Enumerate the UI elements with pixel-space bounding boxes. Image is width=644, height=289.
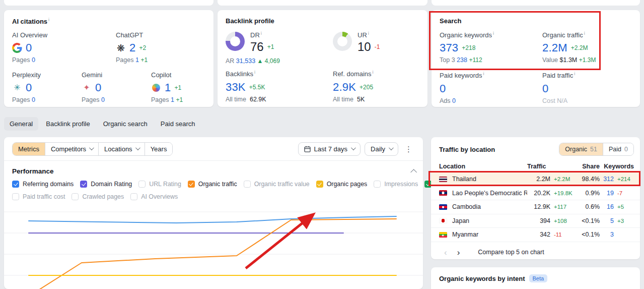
toggle-organic[interactable]: Organic51 — [559, 143, 603, 155]
location-row-myanmar[interactable]: Myanmar 342 -11 <0.1% 3 — [431, 228, 640, 242]
ref-domains-count[interactable]: 2.9K — [333, 81, 356, 94]
location-name: Thailand — [452, 176, 527, 183]
ur-label: URi — [357, 31, 380, 39]
japan-flag-icon — [439, 218, 447, 223]
share-value: <0.1% — [574, 217, 600, 224]
keywords-count[interactable]: 16 — [600, 203, 614, 210]
metric-paid-traffic-cost[interactable]: Paid traffic cost — [12, 193, 65, 200]
traffic-delta: +19.8K — [550, 190, 574, 196]
traffic-delta: -11 — [550, 232, 574, 238]
keywords-count[interactable]: 5 — [600, 217, 614, 224]
segment-years[interactable]: Years — [145, 143, 173, 155]
organic-keywords-block: Organic keywordsi 373+218 Top 3 238 +112 — [440, 31, 542, 64]
checkbox-icon — [130, 193, 137, 200]
location-row-thailand[interactable]: Thailand 2.2M +2.2M 98.4% 312 +214 — [431, 172, 640, 187]
engine-label: Perplexity — [12, 71, 82, 79]
engine-label: ChatGPT — [116, 31, 205, 39]
segment-locations[interactable]: Locations — [98, 143, 145, 155]
paid-keywords-count[interactable]: 0 — [440, 82, 446, 95]
traffic-value: 20.2K — [527, 190, 550, 197]
engine-label: AI Overview — [12, 31, 116, 39]
info-icon: i — [574, 71, 575, 76]
tab-general[interactable]: General — [4, 117, 38, 131]
metric-crawled-pages[interactable]: Crawled pages — [71, 193, 124, 200]
backlinks-label: Backlinksi — [226, 70, 333, 78]
metric-impressions[interactable]: Impressions — [374, 181, 418, 188]
tab-backlink-profile[interactable]: Backlink profile — [40, 117, 95, 131]
dr-value: 76 — [250, 40, 264, 54]
pages-count[interactable]: 0 — [32, 56, 35, 64]
backlink-profile-card: Backlink profile DRi 76+1 AR 31,533 ▲ 4,… — [218, 10, 427, 107]
pages-count[interactable]: 1 — [171, 96, 174, 103]
info-icon: i — [48, 17, 49, 22]
copilot-icon — [151, 83, 161, 93]
traffic-delta: +108 — [550, 218, 574, 224]
metric-organic-traffic-value[interactable]: Organic traffic value — [244, 181, 310, 188]
perplexity-count[interactable]: 0 — [26, 81, 32, 94]
pages-label: Pages — [82, 96, 99, 103]
keywords-by-intent-title: Organic keywords by intent — [439, 275, 525, 282]
calendar-icon — [304, 146, 311, 152]
location-row-cambodia[interactable]: Cambodia 12.9K +117 0.6% 16 +5 — [431, 200, 640, 214]
chevron-down-icon — [389, 145, 394, 150]
gemini-icon: ✦ — [82, 83, 92, 93]
location-row-laos[interactable]: Lao People's Democratic Reput 20.2K +19.… — [431, 187, 640, 201]
chevron-down-icon — [89, 145, 94, 150]
metric-ai-overviews[interactable]: AI Overviews — [130, 193, 178, 200]
location-name: Cambodia — [452, 203, 527, 210]
next-page-icon[interactable]: › — [452, 248, 465, 257]
share-value: 98.4% — [574, 176, 600, 183]
gemini-count[interactable]: 0 — [95, 81, 101, 94]
backlinks-count[interactable]: 33K — [226, 81, 246, 94]
domain-rating-block: DRi 76+1 AR 31,533 ▲ 4,069 — [226, 31, 333, 65]
toggle-paid[interactable]: Paid0 — [603, 143, 633, 155]
segment-metrics[interactable]: Metrics — [13, 143, 45, 155]
tab-organic-search[interactable]: Organic search — [98, 117, 153, 131]
backlinks-block: Backlinksi 33K+5.5K All time 62.9K — [226, 70, 333, 102]
keywords-delta: -7 — [614, 190, 634, 196]
chatgpt-count[interactable]: 2 — [129, 41, 135, 54]
metric-organic-pages[interactable]: Organic pages — [316, 181, 368, 188]
location-row-japan[interactable]: Japan 394 +108 <0.1% 5 +3 — [431, 214, 640, 228]
top-card-strip — [4, 0, 213, 6]
keywords-count[interactable]: 3 — [600, 231, 614, 238]
metric-referring-domains[interactable]: Referring domains — [12, 181, 74, 188]
top-card-strip — [218, 0, 427, 6]
tab-paid-search[interactable]: Paid search — [155, 117, 201, 131]
cambodia-flag-icon — [439, 204, 447, 210]
collapse-section-icon[interactable] — [410, 169, 417, 176]
pages-label: Pages — [12, 56, 30, 64]
keywords-count[interactable]: 19 — [600, 190, 614, 197]
share-value: 0.6% — [574, 203, 600, 210]
prev-page-icon[interactable]: ‹ — [439, 248, 452, 257]
metric-url-rating[interactable]: URL Rating — [138, 181, 181, 188]
copilot-count[interactable]: 1 — [165, 81, 171, 94]
granularity-picker[interactable]: Daily — [365, 142, 398, 156]
myanmar-flag-icon — [439, 232, 447, 238]
paid-traffic-count[interactable]: 0 — [542, 82, 548, 95]
keywords-count[interactable]: 312 — [600, 176, 614, 183]
segment-competitors[interactable]: Competitors — [45, 143, 98, 155]
pages-count[interactable]: 0 — [101, 96, 105, 103]
organic-keywords-count[interactable]: 373 — [440, 41, 458, 54]
date-range-picker[interactable]: Last 7 days — [298, 142, 361, 156]
paid-keywords-label: Paid keywordsi — [440, 71, 542, 79]
compare-top5-link[interactable]: Compare top 5 on chart — [478, 249, 544, 256]
pages-count[interactable]: 0 — [32, 96, 35, 103]
organic-traffic-count[interactable]: 2.2M — [542, 41, 567, 54]
paid-traffic-block: Paid traffici 0 Cost N/A — [542, 71, 632, 104]
dr-label: DRi — [250, 31, 274, 39]
checkbox-icon — [80, 181, 87, 188]
share-value: <0.1% — [574, 231, 600, 238]
ai-overview-count[interactable]: 0 — [26, 41, 32, 54]
ref-domains-block: Ref. domainsi 2.9K+205 All time 5K — [333, 70, 419, 102]
location-table-header: Location Traffic Share Keywords — [431, 160, 640, 172]
keywords-delta: +214 — [614, 176, 634, 182]
pages-count[interactable]: 1 — [135, 56, 139, 64]
checkbox-icon — [12, 181, 19, 188]
kebab-menu-icon[interactable]: ⋮ — [402, 145, 415, 154]
info-icon: i — [493, 31, 494, 36]
metric-organic-traffic[interactable]: Organic traffic — [188, 181, 237, 188]
checkbox-icon — [12, 193, 19, 200]
metric-domain-rating[interactable]: Domain Rating — [80, 181, 132, 188]
